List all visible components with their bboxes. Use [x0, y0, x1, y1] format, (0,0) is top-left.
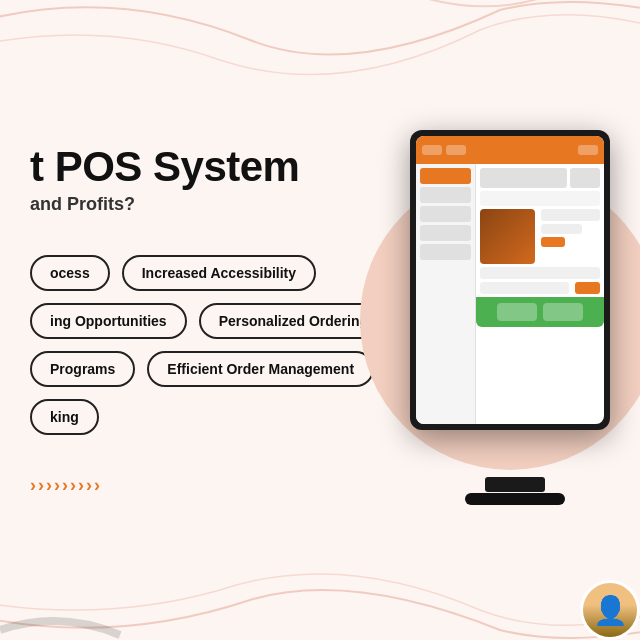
item-label-1: [541, 209, 600, 221]
tablet-bottom-bar: [476, 297, 604, 327]
sidebar-item-2: [420, 187, 471, 203]
food-image: [480, 209, 535, 264]
title-prefix: t POS System: [30, 143, 299, 190]
arrow-icon-7: ›: [78, 475, 84, 496]
arrow-icon-3: ›: [46, 475, 52, 496]
arrow-icon-8: ›: [86, 475, 92, 496]
item-price: [541, 237, 565, 247]
arrow-icon-6: ›: [70, 475, 76, 496]
tag-accessibility[interactable]: Increased Accessibility: [122, 255, 316, 291]
tablet-screen: [416, 136, 604, 424]
corner-avatar: 👤: [580, 580, 640, 640]
avatar-face: 👤: [583, 583, 637, 637]
tablet-stand: [485, 477, 545, 492]
tablet-body: [416, 164, 604, 424]
sidebar-item-3: [420, 206, 471, 222]
arrow-icon-4: ›: [54, 475, 60, 496]
content-row-3: [480, 209, 600, 264]
tablet-main-content: [476, 164, 604, 424]
arrow-icon-9: ›: [94, 475, 100, 496]
header-element-2: [446, 145, 466, 155]
tag-process[interactable]: ocess: [30, 255, 110, 291]
content-block-6: [575, 282, 600, 294]
sidebar-item-4: [420, 225, 471, 241]
arrow-icon-1: ›: [30, 475, 36, 496]
content-row-2: [480, 191, 600, 206]
content-block-2: [570, 168, 600, 188]
content-row-5: [480, 282, 600, 294]
tablet-base: [465, 493, 565, 505]
header-element-1: [422, 145, 442, 155]
tag-efficient[interactable]: Efficient Order Management: [147, 351, 374, 387]
bottom-btn-2: [543, 303, 583, 321]
content-block-5: [480, 282, 569, 294]
sidebar-item-active: [420, 168, 471, 184]
content-block-4: [480, 267, 600, 279]
bottom-btn-1: [497, 303, 537, 321]
pos-tablet: [410, 130, 610, 430]
tag-king[interactable]: king: [30, 399, 99, 435]
content-block-3: [480, 191, 600, 206]
content-row-1: [480, 168, 600, 188]
arrow-icon-5: ›: [62, 475, 68, 496]
tag-programs[interactable]: Programs: [30, 351, 135, 387]
tag-opportunities[interactable]: ing Opportunities: [30, 303, 187, 339]
item-label-2: [541, 224, 582, 234]
header-element-3: [578, 145, 598, 155]
arrow-icon-2: ›: [38, 475, 44, 496]
tablet-header: [416, 136, 604, 164]
content-block-1: [480, 168, 567, 188]
tablet-sidebar: [416, 164, 476, 424]
sidebar-item-5: [420, 244, 471, 260]
device-area: [360, 110, 640, 530]
content-row-4: [480, 267, 600, 279]
